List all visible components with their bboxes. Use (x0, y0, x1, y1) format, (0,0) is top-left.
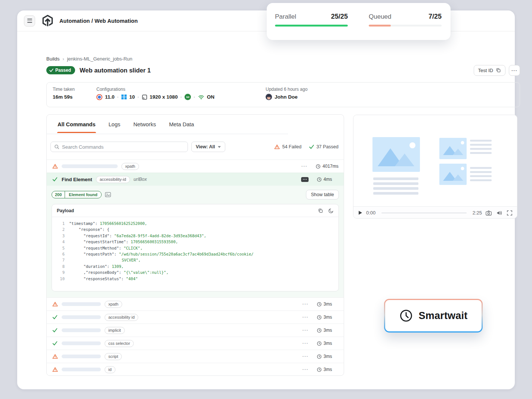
separator-dot (117, 94, 119, 100)
parallel-label: Parallel (275, 13, 296, 21)
moon-icon (328, 208, 334, 213)
locator-value: urlBox (134, 177, 147, 182)
row-more-button[interactable]: ··· (301, 164, 308, 168)
duration-value: 4017ms (322, 164, 338, 169)
clock-icon (317, 354, 322, 359)
separator-dot (194, 94, 195, 100)
play-button[interactable] (358, 210, 362, 215)
avatar (266, 94, 272, 100)
browser-version: 11.0 (105, 94, 115, 100)
video-preview (353, 115, 517, 206)
user-name: John Doe (275, 94, 298, 100)
os-version: 10 (129, 94, 135, 100)
copy-icon (496, 68, 501, 73)
time-taken-label: Time taken (53, 87, 96, 92)
seek-bar[interactable] (381, 213, 466, 213)
smartwait-button[interactable]: Smartwait (384, 299, 483, 332)
video-panel: 0:00 2:25 (353, 115, 517, 219)
search-icon (54, 144, 59, 149)
row-more-button[interactable]: ··· (303, 302, 309, 306)
tab-meta-data[interactable]: Meta Data (168, 116, 194, 133)
search-commands-box[interactable] (50, 142, 188, 152)
more-actions-button[interactable]: ··· (509, 65, 520, 76)
clock-icon (317, 177, 322, 182)
queued-progress-track (369, 25, 442, 27)
row-more-dark-button[interactable] (301, 177, 309, 182)
warning-icon (52, 301, 58, 307)
payload-code: 1"timestamp": 1705665601625252000,2"resp… (52, 217, 338, 282)
selenium-icon: se (185, 94, 191, 100)
tab-all-commands[interactable]: All Commands (57, 116, 96, 133)
command-name: Find Element (62, 177, 92, 182)
check-icon (52, 315, 58, 319)
test-id-button[interactable]: Test ID (474, 65, 505, 76)
locator-type-badge: accessibility id (105, 314, 138, 321)
skeleton-text (62, 302, 101, 306)
command-row[interactable]: implicit ··· 3ms (47, 324, 344, 337)
warning-icon (52, 367, 58, 372)
placeholder-image-small (439, 138, 467, 159)
warning-icon (52, 354, 58, 359)
show-table-button[interactable]: Show table (306, 190, 339, 200)
concurrency-stats-card: Parallel 25/25 Queued 7/25 (267, 3, 451, 40)
queued-stat: Queued 7/25 (369, 13, 442, 40)
fullscreen-button[interactable] (507, 210, 512, 216)
command-detail-expanded: 200 Element found Show table Payload (47, 186, 344, 297)
command-row[interactable]: xpath ··· 3ms (47, 297, 344, 310)
command-rows: xpath ··· 3ms accessibility id ··· 3ms (47, 297, 344, 376)
check-icon (49, 68, 53, 72)
updated-label: Updated 6 hours ago (266, 87, 307, 92)
command-row[interactable]: xpath ··· 4017ms (47, 160, 344, 173)
total-time: 2:25 (473, 210, 482, 216)
duration-value: 3ms (324, 315, 332, 320)
duration-value: 3ms (324, 328, 332, 333)
summary-bar: Time taken 16m 59s Configurations 11.0 1… (46, 82, 520, 107)
clock-icon (317, 328, 322, 333)
command-row[interactable]: css selector ··· 3ms (47, 337, 344, 350)
app-title: Automation / Web Automation (59, 18, 138, 24)
duration-value: 3ms (324, 354, 332, 359)
locator-type-badge: accessibility-id (96, 176, 130, 183)
windows-os-icon (121, 95, 127, 100)
warning-icon (274, 144, 280, 149)
commands-toolbar: View: All 54 Failed 37 Passed (47, 134, 344, 160)
payload-title: Payload (57, 208, 74, 213)
time-taken-value: 16m 59s (53, 94, 96, 100)
breadcrumb-builds-link[interactable]: Builds (46, 56, 59, 62)
volume-button[interactable] (497, 210, 502, 216)
dark-mode-toggle[interactable] (328, 208, 334, 213)
camera-snapshot-button[interactable] (486, 210, 492, 216)
configurations-label: Configurations (96, 87, 225, 92)
duration-value: 4ms (324, 177, 332, 182)
hamburger-menu-button[interactable] (24, 15, 35, 27)
test-title-row: Passed Web automation slider 1 Test ID ·… (46, 65, 520, 75)
tab-logs[interactable]: Logs (108, 116, 121, 133)
skeleton-text (62, 341, 101, 345)
commands-panel: All Commands Logs Networks Meta Data Vie… (46, 114, 344, 376)
tab-networks[interactable]: Networks (133, 116, 156, 133)
command-row[interactable]: accessibility id ··· 3ms (47, 310, 344, 324)
search-commands-input[interactable] (62, 144, 184, 150)
breadcrumb: Builds › jenkins-ML_Generic_jobs-Run (46, 56, 132, 62)
check-icon (52, 328, 58, 332)
view-filter-dropdown[interactable]: View: All (191, 142, 225, 152)
queued-label: Queued (369, 13, 392, 21)
clock-icon (399, 309, 413, 322)
row-more-button[interactable]: ··· (303, 341, 309, 345)
command-row[interactable]: id ··· 3ms (47, 363, 344, 376)
breadcrumb-chevron-icon: › (62, 56, 64, 62)
parallel-progress-track (275, 25, 348, 27)
smartwait-label: Smartwait (419, 310, 468, 322)
row-more-button[interactable]: ··· (303, 328, 309, 332)
status-badge: Passed (46, 66, 75, 74)
command-row[interactable]: script ··· 3ms (47, 350, 344, 363)
row-more-button[interactable]: ··· (303, 315, 309, 319)
check-icon (309, 145, 314, 149)
screenshot-icon[interactable] (105, 192, 111, 197)
placeholder-image-small (439, 164, 467, 185)
row-more-button[interactable]: ··· (303, 355, 309, 358)
copy-payload-button[interactable] (318, 208, 323, 213)
separator-dot (180, 94, 182, 100)
row-more-button[interactable]: ··· (303, 368, 309, 371)
command-row-selected[interactable]: Find Element accessibility-id urlBox 4ms (47, 173, 344, 186)
